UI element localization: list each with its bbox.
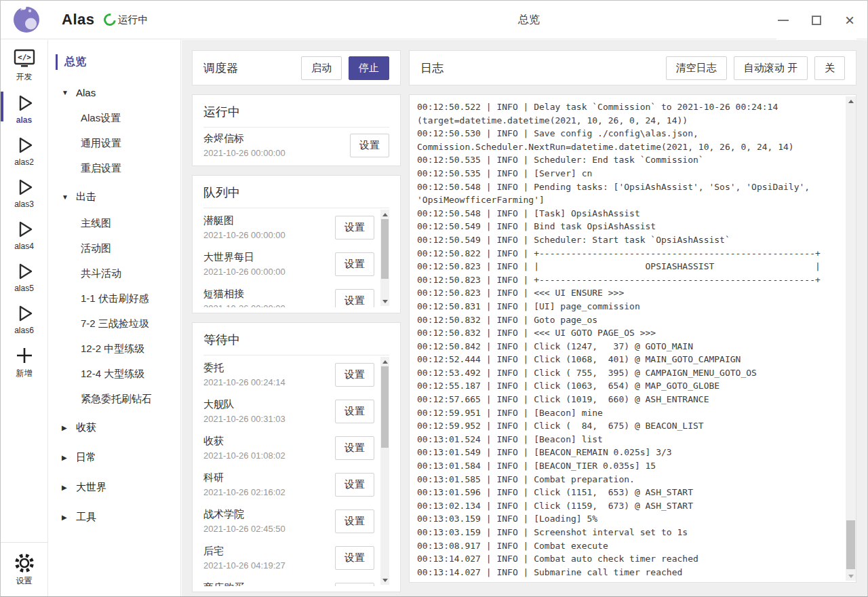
task-setting-button[interactable]: 设置 [335,546,374,570]
rail-item-alas5[interactable]: alas5 [1,255,47,297]
task-setting-button[interactable]: 设置 [350,134,389,157]
clear-log-button[interactable]: 清空日志 [666,56,727,80]
log-line: 00:12:50.549 | INFO | Bind task OpsiAshA… [417,220,840,233]
log-line: 00:12:50.549 | INFO | Scheduler: Start t… [417,233,840,247]
scrollbar-thumb[interactable] [381,366,389,448]
gear-icon [13,552,36,574]
expand-arrow-icon: ▶ [62,514,70,521]
rail-item-alas4[interactable]: alas4 [1,213,47,255]
autoscroll-off-button[interactable]: 关 [814,56,845,80]
main-content: 调度器 启动 停止 运行中 余烬信标 [182,40,867,596]
task-setting-button[interactable]: 设置 [335,583,374,587]
rail-item-label: alas5 [14,284,34,293]
scrollbar[interactable] [380,357,389,585]
task-setting-button[interactable]: 设置 [335,363,374,387]
rail-item-alas3[interactable]: alas3 [1,171,47,213]
task-row: 余烬信标 2021-10-26 00:00:00 设置 [203,128,389,160]
task-setting-button[interactable]: 设置 [335,473,374,497]
task-info: 短猫相接 2021-10-26 00:00:00 [203,286,285,307]
minimize-button[interactable] [776,14,790,27]
sidebar-item-alas-settings[interactable]: Alas设置 [48,106,180,131]
rail-item-add[interactable]: 新增 [1,339,47,383]
task-setting-button[interactable]: 设置 [335,289,374,308]
rail-item-dev[interactable]: </>开发 [1,43,47,87]
close-button[interactable]: × [843,14,856,27]
rail-item-settings[interactable]: 设置 [1,547,47,591]
task-time: 2021-10-26 00:00:00 [203,302,285,307]
sidebar-item-12-4-large-leveling[interactable]: 12-4 大型练级 [48,362,180,387]
sidebar-group-os[interactable]: ▶大世界 [48,474,180,501]
sidebar-item-main-campaign[interactable]: 主线图 [48,211,180,236]
log-line: 00:12:50.823 | INFO | +-----------------… [417,273,840,287]
sidebar-item-overview[interactable]: 总览 [48,50,180,74]
scheduler-start-button[interactable]: 启动 [301,56,342,80]
running-task-list: 余烬信标 2021-10-26 00:00:00 设置 [203,128,389,160]
sidebar-item-7-2-scrap-farming[interactable]: 7-2 三战捡垃圾 [48,311,180,336]
sidebar-group-sortie[interactable]: ▼出击 [48,183,180,211]
log-line: 00:12:50.548 | INFO | Pending tasks: ['O… [417,180,840,194]
log-line: 00:12:55.187 | INFO | Click (1063, 654) … [417,379,840,393]
code-monitor-icon: </> [13,48,36,70]
waiting-section-title: 等待中 [203,332,389,348]
expand-arrow-icon: ▶ [62,484,70,491]
log-line: 00:12:59.951 | INFO | [Beacon] mine [417,406,840,420]
sidebar-group-alas[interactable]: ▼Alas [48,79,180,106]
sidebar-group-reward[interactable]: ▶收获 [48,414,180,442]
task-setting-button[interactable]: 设置 [335,509,374,533]
log-line: 00:13:08.917 | INFO | Combat execute [417,539,840,553]
scroll-down-icon[interactable] [380,576,389,584]
rail-item-alas2[interactable]: alas2 [1,129,47,171]
sidebar-group-label: Alas [76,87,96,98]
task-setting-button[interactable]: 设置 [335,252,374,276]
log-line: 00:13:14.027 | INFO | Combat auto check … [417,552,840,566]
menu-sidebar: 总览 ▼AlasAlas设置通用设置重启设置▼出击主线图活动图共斗活动1-1 伏… [48,40,181,596]
task-name: 大舰队 [203,397,285,411]
sidebar-item-12-2-medium-leveling[interactable]: 12-2 中型练级 [48,336,180,362]
sidebar-item-1-1-affinity-farming[interactable]: 1-1 伏击刷好感 [48,286,180,311]
scroll-up-icon[interactable] [380,210,389,218]
collapse-arrow-icon: ▼ [62,89,70,96]
rail-item-alas6[interactable]: alas6 [1,297,47,339]
scroll-down-icon[interactable] [846,572,856,580]
log-line: 00:12:50.535 | INFO | Scheduler: End tas… [417,153,840,167]
play-icon [14,92,35,114]
log-panel-header: 日志 清空日志 自动滚动 开 关 [409,50,856,85]
sidebar-item-general-settings[interactable]: 通用设置 [48,131,180,156]
sidebar-group-daily[interactable]: ▶日常 [48,444,180,471]
log-line: 00:13:01.596 | INFO | Click (1151, 653) … [417,486,840,499]
sidebar-item-restart-settings[interactable]: 重启设置 [48,156,180,181]
sidebar-item-urgent-commission-diamond[interactable]: 紧急委托刷钻石 [48,387,180,412]
task-info: 潜艇图 2021-10-26 00:00:00 [203,213,285,242]
scroll-up-icon[interactable] [846,97,856,105]
log-line: 00:12:52.444 | INFO | Click (1068, 401) … [417,353,840,366]
log-scrollbar[interactable] [846,96,856,581]
play-icon [14,303,35,324]
rail-bottom: 设置 [1,542,47,596]
task-info: 后宅 2021-10-26 04:19:27 [203,543,285,572]
scheduler-stop-button[interactable]: 停止 [349,56,389,80]
rail-item-label: 新增 [16,368,33,379]
log-line: 00:12:50.548 | INFO | [Task] OpsiAshAssi… [417,207,840,220]
scrollbar-thumb[interactable] [846,520,855,569]
sidebar-item-event-campaign[interactable]: 活动图 [48,236,180,261]
task-setting-button[interactable]: 设置 [335,400,374,423]
scroll-down-icon[interactable] [380,297,389,305]
task-time: 2021-10-26 01:08:02 [203,449,285,462]
log-line: 'OpsiMeowfficerFarming'] [417,193,840,207]
scrollbar[interactable] [380,210,389,306]
task-setting-button[interactable]: 设置 [335,436,374,460]
scroll-up-icon[interactable] [380,358,389,366]
maximize-button[interactable] [810,14,823,27]
scrollbar-thumb[interactable] [381,219,389,279]
app-logo-icon [13,6,40,33]
sidebar-group-tool[interactable]: ▶工具 [48,503,180,531]
task-info: 余烬信标 2021-10-26 00:00:00 [203,131,285,159]
autoscroll-on-button[interactable]: 自动滚动 开 [734,56,808,80]
expand-arrow-icon: ▶ [62,424,70,431]
rail-item-alas[interactable]: alas [1,87,47,129]
task-setting-button[interactable]: 设置 [335,216,374,239]
task-info: 委托 2021-10-26 00:24:14 [203,360,285,389]
sidebar-item-coalition[interactable]: 共斗活动 [48,261,180,286]
waiting-card: 等待中 委托 2021-10-26 00:24:14 [192,322,401,592]
sidebar-group-label: 日常 [76,451,96,464]
